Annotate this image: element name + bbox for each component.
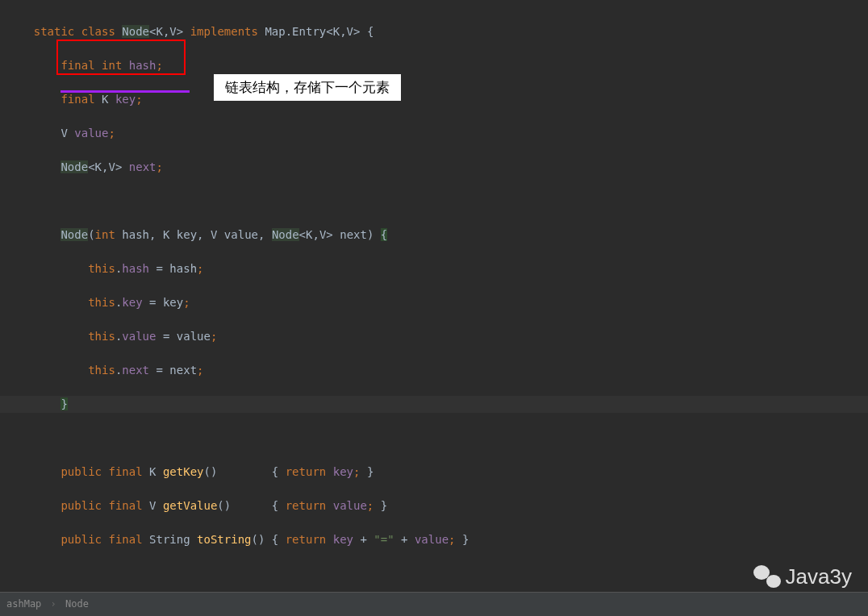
watermark: Java3y bbox=[753, 565, 852, 588]
code-line: public final String toString() { return … bbox=[0, 531, 868, 548]
code-line: this.hash = hash; bbox=[0, 260, 868, 277]
code-line: Node(int hash, K key, V value, Node<K,V>… bbox=[0, 227, 868, 243]
code-line: this.next = next; bbox=[0, 362, 868, 379]
watermark-text: Java3y bbox=[786, 568, 852, 585]
code-line bbox=[0, 430, 868, 447]
code-line: Node<K,V> next; bbox=[0, 159, 868, 176]
code-line: this.value = value; bbox=[0, 328, 868, 345]
breadcrumb-item[interactable]: ashMap bbox=[6, 598, 41, 610]
code-line: final int hash; bbox=[0, 57, 868, 74]
wechat-icon bbox=[753, 565, 781, 588]
breadcrumb-item[interactable]: Node bbox=[65, 598, 89, 610]
code-editor[interactable]: static class Node<K,V> implements Map.En… bbox=[0, 0, 868, 616]
code-line: V value; bbox=[0, 125, 868, 142]
breadcrumb-separator: › bbox=[51, 598, 56, 610]
code-line: this.key = key; bbox=[0, 294, 868, 311]
annotation-label: 链表结构，存储下一个元素 bbox=[214, 74, 401, 101]
code-line: public final V getValue() { return value… bbox=[0, 497, 868, 514]
code-line: public final K getKey() { return key; } bbox=[0, 464, 868, 481]
code-line bbox=[0, 193, 868, 210]
code-line: final K key; bbox=[0, 91, 868, 108]
breadcrumb-bar[interactable]: ashMap › Node bbox=[0, 592, 868, 616]
code-line: } bbox=[0, 396, 868, 413]
code-line: static class Node<K,V> implements Map.En… bbox=[0, 23, 868, 40]
code-line bbox=[0, 565, 868, 582]
